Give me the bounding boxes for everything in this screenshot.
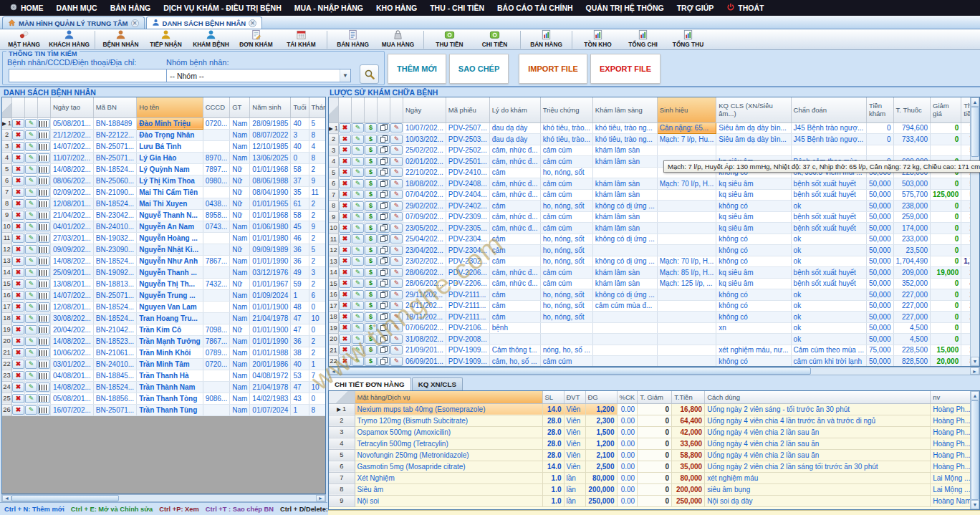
column-header[interactable]: Năm sinh <box>250 97 291 117</box>
row-header[interactable]: 12 <box>329 245 338 256</box>
cell[interactable]: khám lâm sàn <box>592 211 657 223</box>
cell[interactable]: lần <box>564 495 585 506</box>
cell[interactable] <box>203 301 230 312</box>
patient-group-select[interactable]: -- Nhóm -- ▼ <box>166 69 351 82</box>
toolbar-benh-nhan[interactable]: BỆNH NHÂN <box>98 29 143 49</box>
cell[interactable]: kq siêu âm <box>716 211 791 223</box>
row-header[interactable]: 2 <box>329 134 338 145</box>
cell[interactable]: cảm cúm <box>540 278 592 289</box>
cell[interactable] <box>203 370 230 381</box>
cell[interactable]: 80,000 <box>672 472 705 483</box>
cell[interactable]: PDV-2404... <box>446 189 489 201</box>
patients-hscrollbar[interactable]: ◄ ► <box>1 494 326 502</box>
cell[interactable]: 238,000 <box>893 201 931 212</box>
cell[interactable]: Nam <box>230 117 250 129</box>
cell[interactable]: 0.00 <box>617 495 638 506</box>
order-item-row[interactable]: 4Tetracylin 500mg (Tetracylin)28.0Viên1,… <box>329 438 974 449</box>
row-header[interactable]: 19 <box>2 324 11 335</box>
cell[interactable]: 0 <box>931 211 961 223</box>
row-bar-button[interactable] <box>37 278 50 289</box>
cell[interactable]: Nam <box>230 221 250 232</box>
cell[interactable]: Nam <box>230 140 250 152</box>
row-header[interactable]: 18 <box>329 312 338 323</box>
cell[interactable]: 2 <box>309 163 326 175</box>
toolbar-don-kham[interactable]: ĐƠN KHÁM <box>234 29 279 49</box>
row-edit-button[interactable]: ✎ <box>351 223 364 234</box>
cell[interactable]: 50,000 <box>866 289 893 301</box>
order-item-row[interactable]: 9Nội soi1.0lần250,0000.000250,000Nội soi… <box>329 495 974 506</box>
cell[interactable]: ok <box>791 201 866 212</box>
cell[interactable]: ok <box>791 256 866 267</box>
close-icon[interactable]: ✕ <box>249 19 256 27</box>
row-edit-button[interactable]: ✎ <box>24 347 37 358</box>
row-del-button[interactable]: ✖ <box>11 393 24 404</box>
toolbar-chi-tien[interactable]: CHI TIỀN <box>472 29 517 49</box>
row-copy-button[interactable] <box>377 178 390 190</box>
cell[interactable]: J45 Bệnh trào ngượ... <box>791 122 866 134</box>
row-copy-button[interactable] <box>377 245 390 256</box>
cell[interactable]: PDV-2206... <box>446 278 489 289</box>
cell[interactable]: cảm, nhức đ... <box>489 267 540 279</box>
row-header[interactable]: 8 <box>329 483 355 495</box>
cell[interactable]: 9086... <box>203 393 230 404</box>
row-bar-button[interactable] <box>37 163 50 175</box>
row-edit-button[interactable]: ✎ <box>351 322 364 334</box>
cell[interactable]: 04/08/201... <box>50 370 93 381</box>
cell[interactable]: 8 <box>309 404 326 415</box>
cell[interactable]: 233,000 <box>893 234 931 245</box>
cell[interactable]: Uống ngày 2 viên sáng - tối trước ăn 30 … <box>705 403 931 415</box>
cell[interactable]: khám lâm sàn <box>592 145 657 156</box>
patient-row[interactable]: 16✖✎14/07/202...BN-25071...Nguyễn Trung … <box>2 289 326 301</box>
patient-row[interactable]: 25✖✎05/08/201...BN-18856...Trần Thanh Tò… <box>2 393 326 404</box>
row-header[interactable]: 3 <box>329 426 355 438</box>
row-pen-button[interactable]: ✎ <box>390 145 403 156</box>
cell[interactable]: cảm, ho, số ... <box>489 356 540 367</box>
cell[interactable]: 05/08/201... <box>50 393 93 404</box>
cell[interactable]: Nam <box>230 381 250 393</box>
cell[interactable]: Mạch: 85 l/p, H... <box>657 267 716 279</box>
cell[interactable]: 733,400 <box>893 134 931 145</box>
cell[interactable]: ok <box>791 300 866 312</box>
cell[interactable]: không có <box>716 312 791 323</box>
cell[interactable]: Nam <box>230 335 250 347</box>
row-pen-button[interactable]: ✎ <box>390 278 403 289</box>
row-edit-button[interactable]: ✎ <box>351 156 364 168</box>
cell[interactable]: 08/07/2022 <box>250 129 291 140</box>
cell[interactable]: 05/08/201... <box>50 117 93 129</box>
cell[interactable]: Mạch: 125 l/p, ... <box>657 278 716 289</box>
cell[interactable]: Trần Mạnh Tưởng <box>137 335 203 347</box>
row-edit-button[interactable]: ✎ <box>24 358 37 370</box>
row-del-button[interactable]: ✖ <box>338 201 351 212</box>
row-edit-button[interactable]: ✎ <box>24 266 37 278</box>
row-edit-button[interactable]: ✎ <box>351 211 364 223</box>
cell[interactable]: Mai Thi Cẩm Tiên <box>137 186 203 198</box>
cell[interactable]: 75,000 <box>866 345 893 356</box>
column-header[interactable]: %CK <box>617 391 638 403</box>
cell[interactable]: BN-18524... <box>93 163 136 175</box>
cell[interactable]: 09/09/202... <box>50 244 93 255</box>
cell[interactable]: Nam <box>230 347 250 358</box>
cell[interactable]: 0 <box>638 415 672 426</box>
row-header[interactable]: 5 <box>329 167 338 178</box>
column-header[interactable]: Mặt hàng/Dịch vụ <box>355 391 542 403</box>
cell[interactable]: 575,700 <box>893 189 931 201</box>
row-header[interactable]: 7 <box>329 472 355 483</box>
cell[interactable] <box>203 186 230 198</box>
row-bar-button[interactable] <box>37 266 50 278</box>
row-header[interactable]: 2 <box>2 129 11 140</box>
cell[interactable]: 50,000 <box>866 267 893 279</box>
cell[interactable]: Lưu Bá Tình <box>137 140 203 152</box>
cell[interactable]: 50,000 <box>866 234 893 245</box>
cell[interactable]: 58 <box>291 209 309 221</box>
cell[interactable]: 0 <box>931 278 961 289</box>
row-header[interactable]: 3 <box>2 140 11 152</box>
row-header[interactable]: 17 <box>2 301 11 312</box>
column-header[interactable]: Thán <box>309 97 326 117</box>
cell[interactable] <box>592 167 657 178</box>
scroll-thumb[interactable] <box>11 495 119 501</box>
toolbar-ban-hang-bc[interactable]: BÁN HÀNG <box>524 29 569 49</box>
row-bar-button[interactable] <box>37 404 50 415</box>
cell[interactable]: khám lâm sàn <box>592 267 657 279</box>
patient-row[interactable]: ▶1✖✎05/08/201...BN-188489Đào Minh Triệu0… <box>2 117 326 129</box>
row-edit-button[interactable]: ✎ <box>24 163 37 175</box>
